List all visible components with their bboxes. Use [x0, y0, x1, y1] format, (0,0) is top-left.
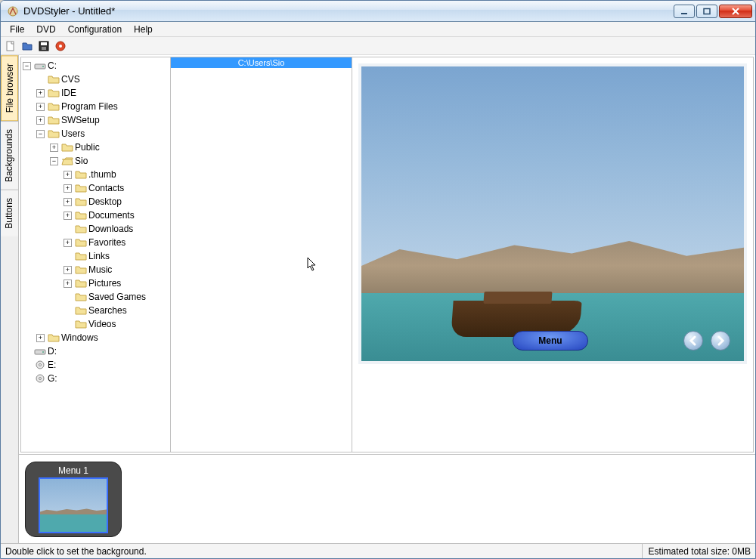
folder-music[interactable]: +Music [64, 263, 170, 276]
app-window: DVDStyler - Untitled* File DVD Configura… [0, 0, 756, 559]
timeline-strip[interactable]: Menu 1 [19, 454, 755, 543]
folder-icon [75, 305, 87, 316]
expand-icon[interactable]: + [64, 212, 72, 220]
folder-icon [48, 88, 60, 98]
tab-file-browser[interactable]: File browser [1, 55, 18, 121]
folder-icon [75, 183, 87, 193]
folder-pictures[interactable]: +Pictures [64, 276, 170, 290]
expand-icon[interactable]: + [36, 116, 45, 125]
titlebar: DVDStyler - Untitled* [1, 1, 755, 22]
folder-thumb[interactable]: +.thumb [64, 168, 170, 181]
folder-saved-games[interactable]: Saved Games [64, 290, 170, 304]
folder-icon [48, 332, 60, 343]
drive-icon [34, 346, 46, 357]
menu-help[interactable]: Help [128, 23, 159, 36]
menu-file[interactable]: File [4, 23, 30, 36]
expand-icon[interactable]: + [64, 280, 72, 288]
folder-tree[interactable]: − C: CVS +IDE +Program Files +SWSetup [23, 59, 170, 385]
maximize-button[interactable] [696, 5, 717, 18]
open-button[interactable] [20, 39, 34, 53]
folder-icon [75, 292, 87, 302]
folder-contacts[interactable]: +Contacts [64, 181, 170, 195]
svg-rect-7 [41, 42, 47, 45]
folder-documents[interactable]: +Documents [64, 208, 170, 222]
status-left: Double click to set the background. [5, 546, 147, 557]
svg-point-18 [39, 378, 42, 380]
save-button[interactable] [37, 39, 51, 53]
tab-backgrounds[interactable]: Backgrounds [1, 121, 18, 190]
folder-icon [75, 251, 87, 261]
folder-icon [75, 264, 87, 275]
preview-frame[interactable]: Menu [358, 63, 747, 364]
menu-preview[interactable]: Menu [361, 66, 744, 361]
menu-thumbnail-image [39, 477, 108, 533]
folder-videos[interactable]: Videos [64, 317, 170, 331]
folder-favorites[interactable]: +Favorites [64, 236, 170, 249]
menu-thumbnail[interactable]: Menu 1 [25, 462, 122, 537]
expand-icon[interactable]: + [64, 184, 72, 193]
drive-d[interactable]: D: [23, 344, 170, 358]
menu-thumbnail-label: Menu 1 [58, 465, 88, 476]
expand-icon[interactable]: + [36, 334, 45, 342]
nav-next-button[interactable] [711, 331, 730, 351]
folder-icon [61, 142, 73, 153]
svg-point-10 [59, 45, 62, 48]
expand-icon[interactable]: + [64, 171, 72, 179]
cursor-icon [307, 257, 318, 272]
expand-icon[interactable]: + [36, 89, 45, 97]
main-panel: − C: CVS +IDE +Program Files +SWSetup [19, 55, 755, 543]
expand-icon[interactable]: + [64, 239, 72, 247]
preview-pane: Menu [352, 57, 753, 452]
drive-g[interactable]: G: [23, 372, 170, 385]
menubar: File DVD Configuration Help [1, 22, 755, 37]
folder-icon [48, 74, 60, 85]
folder-public[interactable]: +Public [50, 141, 170, 154]
path-bar: C:\Users\Sio [171, 57, 352, 68]
folder-program-files[interactable]: +Program Files [36, 100, 170, 113]
drive-label: C: [48, 59, 57, 73]
folder-cvs[interactable]: CVS [36, 73, 170, 86]
file-list-body[interactable] [171, 68, 352, 452]
svg-rect-2 [704, 8, 710, 14]
folder-open-icon [61, 156, 73, 166]
expand-icon[interactable]: + [64, 198, 72, 206]
expand-icon[interactable]: + [50, 144, 58, 152]
dvd-menu-button[interactable]: Menu [513, 331, 588, 351]
collapse-icon[interactable]: − [36, 130, 45, 138]
folder-icon [75, 224, 87, 234]
status-right: Estimated total size: 0MB [642, 544, 751, 558]
drive-e[interactable]: E: [23, 358, 170, 372]
nav-prev-button[interactable] [683, 331, 703, 351]
folder-windows[interactable]: +Windows [36, 331, 170, 344]
folder-searches[interactable]: Searches [64, 304, 170, 317]
folder-desktop[interactable]: +Desktop [64, 195, 170, 208]
menu-dvd[interactable]: DVD [30, 23, 61, 36]
tab-buttons[interactable]: Buttons [1, 190, 18, 236]
expand-icon[interactable]: + [36, 103, 45, 111]
collapse-icon[interactable]: − [23, 62, 31, 70]
burn-button[interactable] [54, 39, 67, 53]
side-tabs: File browser Backgrounds Buttons [1, 55, 19, 543]
svg-rect-5 [7, 42, 14, 51]
menu-configuration[interactable]: Configuration [62, 23, 128, 36]
folder-icon [75, 210, 87, 221]
expand-icon[interactable]: + [64, 266, 72, 274]
cd-drive-icon [34, 360, 46, 370]
collapse-icon[interactable]: − [50, 157, 58, 165]
folder-users[interactable]: −Users [36, 127, 170, 141]
drive-c[interactable]: − C: [23, 59, 170, 73]
folder-links[interactable]: Links [64, 249, 170, 263]
folder-icon [48, 101, 60, 112]
folder-swsetup[interactable]: +SWSetup [36, 113, 170, 127]
folder-ide[interactable]: +IDE [36, 86, 170, 100]
new-button[interactable] [4, 39, 17, 53]
folder-sio[interactable]: −Sio [50, 154, 170, 168]
folder-icon [75, 237, 87, 248]
folder-icon [48, 128, 60, 139]
toolbar [1, 37, 755, 55]
close-button[interactable] [719, 5, 752, 18]
folder-downloads[interactable]: Downloads [64, 222, 170, 236]
app-icon [7, 5, 19, 17]
svg-point-14 [42, 351, 44, 353]
minimize-button[interactable] [674, 5, 695, 18]
